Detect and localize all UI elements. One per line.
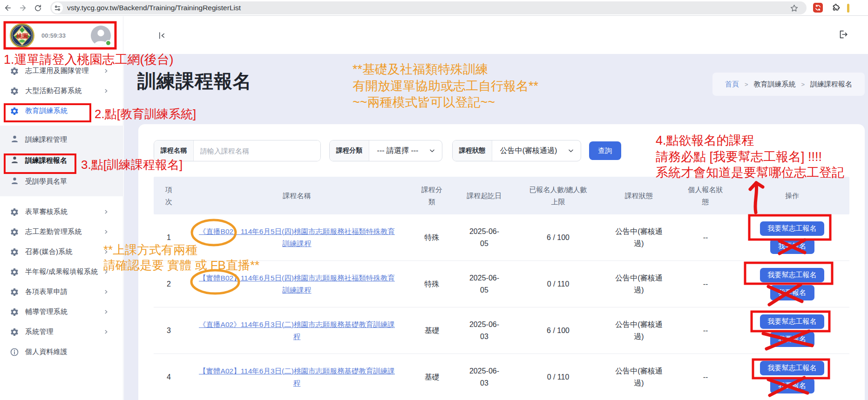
browser-forward-button[interactable]	[17, 2, 29, 14]
gear-icon	[10, 227, 19, 237]
table-row: 3 《直播A02》114年6月3日(二)桃園市志願服務基礎教育訓練課 程 基礎 …	[154, 307, 849, 354]
cell-personal-status: --	[676, 325, 735, 337]
sidebar-item-recruit-match[interactable]: 召募(媒合)系統	[0, 242, 123, 262]
cell-name: 《直播B02》114年6月5日(四)桃園市志願服務社福類特殊教育 訓練課程	[184, 226, 410, 250]
register-for-volunteer-button[interactable]: 我要幫志工報名	[760, 221, 824, 236]
sidebar-submenu: 訓練課程管理 訓練課程報名 受訓學員名單	[0, 126, 123, 196]
sidebar-item-form-apply[interactable]: 各項表單申請	[0, 282, 123, 302]
register-self-button[interactable]: 我要報名	[770, 332, 814, 347]
header-date: 課程起訖日	[454, 190, 515, 202]
course-category-value: --- 請選擇 ---	[369, 140, 423, 161]
cell-status: 公告中(審核通 過)	[602, 319, 676, 343]
register-self-button[interactable]: 我要報名	[770, 285, 814, 300]
url-text: vsty.tycg.gov.tw/Backend/Training/Traini…	[67, 1, 241, 14]
gear-icon	[10, 307, 19, 317]
course-link[interactable]: 《直播A02》114年6月3日(二)桃園市志願服務基礎教育訓練課 程	[199, 320, 395, 340]
register-for-volunteer-button[interactable]: 我要幫志工報名	[760, 361, 824, 375]
cell-actions: 我要幫志工報名 我要報名	[735, 361, 849, 393]
filter-bar: 課程名稱 課程分類 --- 請選擇 --- 課程狀態 公告中(審核通過) 查詢	[154, 140, 621, 161]
search-button[interactable]: 查詢	[589, 141, 621, 160]
sidebar-item-profile[interactable]: 個人資料維護	[0, 342, 123, 362]
course-link[interactable]: 【實體B02】114年6月5日(四)桃園市志願服務社福類特殊教育 訓練課程	[199, 274, 395, 294]
register-self-button[interactable]: 我要報名	[770, 378, 814, 393]
extensions-puzzle-icon[interactable]	[831, 3, 841, 13]
sidebar-item-semiannual-report[interactable]: 半年報/成果報填報系統	[0, 262, 123, 282]
header-count: 已報名人數/總人數 上限	[515, 184, 602, 208]
sidebar-item-system-admin[interactable]: 系統管理	[0, 322, 123, 342]
gear-icon	[10, 327, 19, 337]
course-category-filter[interactable]: 課程分類 --- 請選擇 ---	[329, 140, 442, 161]
sidebar-item-label: 訓練課程管理	[25, 135, 67, 144]
sidebar-item-attendance[interactable]: 志工差勤管理系統	[0, 222, 123, 242]
course-status-label: 課程狀態	[453, 140, 492, 161]
chevron-right-icon	[103, 229, 108, 234]
logout-icon[interactable]	[836, 27, 850, 41]
chevron-down-icon	[423, 140, 442, 161]
register-for-volunteer-button[interactable]: 我要幫志工報名	[760, 314, 824, 329]
sidebar-item-label: 志工差勤管理系統	[25, 227, 82, 236]
chevron-right-icon	[103, 329, 108, 334]
cell-name: 【實體A02】114年6月3日(二)桃園市志願服務基礎教育訓練課 程	[184, 365, 410, 389]
cell-category: 特殊	[410, 278, 454, 290]
gear-icon	[10, 67, 19, 76]
chevron-right-icon	[103, 68, 108, 73]
sidebar-item-form-review[interactable]: 表單審核系統	[0, 202, 123, 222]
sidebar-header: 桃園 00:59:33	[0, 16, 123, 51]
user-avatar[interactable]	[91, 26, 111, 46]
header-action: 操作	[735, 190, 849, 202]
cell-category: 基礎	[410, 325, 454, 337]
course-status-filter[interactable]: 課程狀態 公告中(審核通過)	[452, 140, 581, 161]
course-link[interactable]: 《直播B02》114年6月5日(四)桃園市志願服務社福類特殊教育 訓練課程	[199, 227, 395, 247]
course-link[interactable]: 【實體A02】114年6月3日(二)桃園市志願服務基礎教育訓練課 程	[199, 367, 395, 387]
online-status-dot	[105, 40, 111, 46]
register-for-volunteer-button[interactable]: 我要幫志工報名	[760, 268, 824, 282]
browser-back-button[interactable]	[2, 2, 14, 14]
header-name: 課程名稱	[184, 190, 410, 202]
content-card: 課程名稱 課程分類 --- 請選擇 --- 課程狀態 公告中(審核通過) 查詢	[138, 124, 865, 400]
course-name-filter: 課程名稱	[154, 140, 321, 161]
cell-no: 3	[154, 325, 184, 337]
register-self-button[interactable]: 我要報名	[770, 239, 814, 254]
sidebar-item-trainee-list[interactable]: 受訓學員名單	[0, 171, 123, 192]
sidebar-item-volunteer-management[interactable]: 志工運用及團隊管理	[0, 61, 123, 81]
browser-reload-button[interactable]	[32, 2, 44, 14]
cell-personal-status: --	[676, 232, 735, 244]
cell-name: 《直播A02》114年6月3日(二)桃園市志願服務基礎教育訓練課 程	[184, 319, 410, 343]
sidebar-item-event-recruit[interactable]: 大型活動召募系統	[0, 81, 123, 101]
sidebar-item-education-training[interactable]: 教育訓練系統	[0, 101, 123, 121]
breadcrumb-level2: 教育訓練系統	[754, 80, 796, 89]
person-icon	[10, 134, 19, 145]
cell-date: 2025-06- 03	[454, 319, 515, 343]
breadcrumb-home[interactable]: 首頁	[725, 80, 739, 89]
address-bar[interactable]: vsty.tycg.gov.tw/Backend/Training/Traini…	[50, 1, 807, 14]
cell-category: 特殊	[410, 232, 454, 244]
extension-badge-icon[interactable]	[813, 3, 823, 13]
table-row: 2 【實體B02】114年6月5日(四)桃園市志願服務社福類特殊教育 訓練課程 …	[154, 261, 849, 307]
cell-count: 6 / 100	[515, 325, 602, 337]
site-settings-icon[interactable]	[52, 2, 63, 13]
person-icon	[10, 176, 19, 187]
cell-date: 2025-06- 05	[454, 272, 515, 296]
cell-date: 2025-06- 03	[454, 365, 515, 389]
course-name-input[interactable]	[194, 140, 320, 161]
sidebar-item-label: 教育訓練系統	[25, 107, 68, 115]
chevron-right-icon	[103, 309, 108, 314]
course-status-value: 公告中(審核通過)	[492, 140, 562, 161]
sidebar-item-course-register[interactable]: 訓練課程報名	[0, 150, 123, 171]
header-category: 課程分 類	[410, 184, 454, 208]
course-table: 項 次 課程名稱 課程分 類 課程起訖日 已報名人數/總人數 上限 課程狀態 個…	[154, 177, 849, 400]
bookmark-star-icon[interactable]	[789, 3, 799, 13]
sidebar-collapse-icon[interactable]	[155, 28, 169, 42]
cell-status: 公告中(審核通 過)	[602, 365, 676, 389]
header-no: 項 次	[154, 184, 184, 208]
breadcrumb: 首頁 > 教育訓練系統 > 訓練課程報名	[712, 73, 865, 96]
sidebar-item-course-management[interactable]: 訓練課程管理	[0, 129, 123, 150]
session-timer: 00:59:33	[41, 32, 66, 39]
gear-icon	[10, 287, 19, 297]
sidebar-item-counseling[interactable]: 輔導管理系統	[0, 302, 123, 322]
breadcrumb-separator: >	[801, 81, 805, 88]
cell-actions: 我要幫志工報名 我要報名	[735, 268, 849, 300]
gear-icon	[10, 267, 19, 277]
cell-count: 0 / 110	[515, 371, 602, 383]
sidebar-nav: 志工運用及團隊管理 大型活動召募系統 教育訓練系統 訓練課程管理 訓練課	[0, 61, 123, 362]
